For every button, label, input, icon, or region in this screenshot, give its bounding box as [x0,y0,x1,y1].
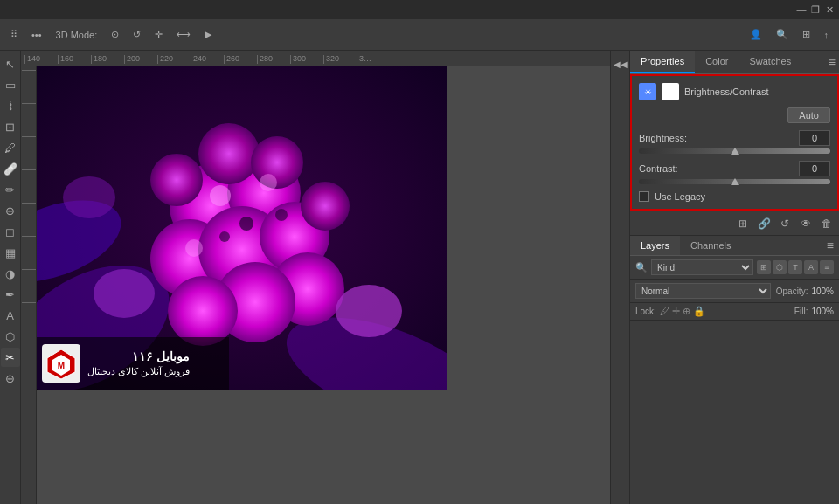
canvas-area: 140 160 180 200 220 240 260 280 300 320 … [21,51,610,504]
brightness-label: Brightness: [639,133,687,143]
layers-tool-eye[interactable]: 👁 [797,215,815,232]
fill-value: 100% [811,307,834,316]
layers-tool-link[interactable]: ⊞ [734,215,752,232]
watermark-sub: فروش آنلاین کالای دیجیتال [87,365,190,378]
tool-shape[interactable]: ⬡ [1,327,20,346]
ruler-tick: 240 [191,55,224,64]
tool-heal[interactable]: 🩹 [1,159,20,178]
toolbar-icon-scale[interactable]: ⟷ [173,27,194,42]
fill-label: Fill: [794,307,808,316]
left-toolbar: ↖ ▭ ⌇ ⊡ 🖊 🩹 ✏ ⊕ ◻ ▦ ◑ ✒ A ⬡ ✂ ⊕ [0,51,21,504]
toolbar-account-icon[interactable]: 👤 [746,27,766,42]
brightness-value[interactable] [799,130,830,146]
tool-zoom[interactable]: ⊕ [1,369,20,388]
ruler-tick: 160 [58,55,91,64]
filter-icon-px[interactable]: ⊞ [757,260,771,274]
tool-dodge[interactable]: ◑ [1,264,20,283]
layers-tool-undo[interactable]: ↺ [776,215,794,232]
contrast-value[interactable] [799,161,830,176]
ruler-v-tick [22,203,36,236]
ruler-tick: 220 [157,55,191,64]
panel-collapse-btn[interactable]: ◀◀ [611,54,630,73]
tool-stamp[interactable]: ⊕ [1,201,20,220]
svg-point-24 [63,176,115,218]
ruler-v-tick [22,70,36,103]
layers-filter-icons: ⊞ ⬡ T A ≡ [757,260,834,274]
svg-point-15 [301,182,350,231]
toolbar-handle[interactable]: ⠿ [7,27,21,42]
restore-button[interactable]: ❐ [809,3,822,16]
toolbar-icon-spin[interactable]: ↺ [129,27,144,42]
opacity-row: Opacity: 100% [776,287,834,296]
filter-icon-shape[interactable]: A [804,260,818,274]
watermark: M موبایل ۱۱۶ فروش آنلاین کالای دیجیتال [37,337,229,390]
tool-crop[interactable]: ⊡ [1,117,20,136]
lock-icon-artboard[interactable]: ⊕ [683,306,690,317]
lock-icon-all[interactable]: 🔒 [693,306,705,317]
toolbar-workspace-icon[interactable]: ⊞ [799,27,814,42]
ruler-tick: 320 [323,55,357,64]
toolbar-icon-move[interactable]: ✛ [151,27,166,42]
minimize-button[interactable]: — [795,3,808,16]
ruler-tick: 3… [357,55,390,64]
brightness-slider-track[interactable] [639,148,830,154]
toolbar-more[interactable]: ••• [28,28,45,42]
props-title: Brightness/Contrast [684,86,769,97]
tab-layers[interactable]: Layers [630,236,680,255]
ruler-tick: 300 [290,55,323,64]
tab-channels[interactable]: Channels [680,236,741,255]
toolbar-share-icon[interactable]: ↑ [821,28,833,42]
ruler-vertical [21,66,37,504]
filter-icon-smart[interactable]: ≡ [820,260,834,274]
ruler-horizontal: 140 160 180 200 220 240 260 280 300 320 … [21,51,610,66]
ruler-v-tick [22,302,36,335]
tool-text[interactable]: A [1,306,20,325]
ruler-tick: 260 [224,55,257,64]
use-legacy-checkbox[interactable] [639,191,649,202]
right-panel: Properties Color Swatches ≡ ☀ Brightness… [629,51,839,504]
tab-color[interactable]: Color [695,51,738,73]
contrast-slider-track[interactable] [639,179,830,184]
close-button[interactable]: ✕ [823,3,836,16]
tool-eyedropper[interactable]: 🖊 [1,138,20,157]
properties-menu-icon[interactable]: ≡ [829,55,836,69]
filter-icon-adj[interactable]: ⬡ [773,260,787,274]
layers-tool-chain[interactable]: 🔗 [755,215,773,232]
svg-point-22 [94,269,155,318]
mask-icon [662,83,679,100]
ruler-v-tick [22,103,36,136]
brightness-slider-thumb [731,148,739,155]
contrast-label: Contrast: [639,163,678,174]
use-legacy-label: Use Legacy [655,191,705,202]
layers-tool-trash[interactable]: 🗑 [818,215,836,232]
auto-button[interactable]: Auto [787,107,830,123]
canvas-background: M موبایل ۱۱۶ فروش آنلاین کالای دیجیتال [37,66,610,504]
tool-hand[interactable]: ✂ [1,348,20,367]
tool-lasso[interactable]: ⌇ [1,96,20,115]
tab-swatches[interactable]: Swatches [738,51,801,73]
ruler-tick: 180 [91,55,124,64]
tool-brush[interactable]: ✏ [1,180,20,199]
ruler-tick: 140 [24,55,58,64]
filter-icon-type[interactable]: T [788,260,802,274]
layers-kind-select[interactable]: Kind [651,259,753,275]
layers-toolbar: ⊞ 🔗 ↺ 👁 🗑 [630,211,839,236]
tool-eraser[interactable]: ◻ [1,222,20,241]
lock-icon-px[interactable]: 🖊 [660,306,669,317]
watermark-logo: M [42,344,80,383]
toolbar-search-icon[interactable]: 🔍 [773,27,792,42]
blend-mode-select[interactable]: Normal [635,283,771,299]
svg-point-16 [210,185,231,206]
ruler-v-tick [22,269,36,302]
layers-menu-icon[interactable]: ≡ [822,238,839,252]
tab-properties[interactable]: Properties [630,51,695,73]
toolbar-icon-rotate[interactable]: ⊙ [107,27,122,42]
tool-select-rect[interactable]: ▭ [1,75,20,94]
svg-point-20 [219,231,230,242]
tool-gradient[interactable]: ▦ [1,243,20,262]
lock-icon-move[interactable]: ✛ [672,306,680,317]
lock-icons: 🖊 ✛ ⊕ 🔒 [660,306,705,317]
tool-pen[interactable]: ✒ [1,285,20,304]
tool-move[interactable]: ↖ [1,54,20,73]
toolbar-icon-camera[interactable]: ▶ [201,27,215,42]
